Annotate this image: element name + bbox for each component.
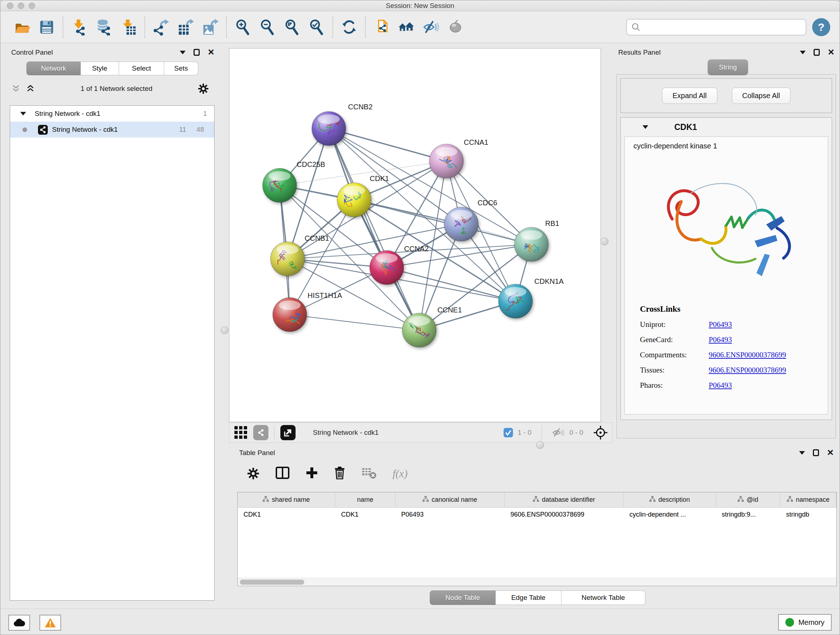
zoom-window-button[interactable] [28, 3, 35, 9]
help-button[interactable]: ? [812, 18, 830, 36]
import-table-button[interactable] [118, 17, 139, 38]
graphics-details-button[interactable] [253, 425, 268, 440]
show-columns-button[interactable] [275, 466, 290, 481]
save-session-button[interactable] [36, 17, 57, 38]
detach-view-button[interactable] [280, 425, 295, 440]
network-node-CCNE1[interactable] [402, 313, 436, 347]
cloud-button[interactable] [8, 615, 30, 631]
close-window-button[interactable] [7, 3, 13, 9]
network-row-selected[interactable]: String Network - cdk1 11 48 [10, 122, 214, 138]
crosslink-row: Pharos:P06493 [640, 381, 828, 390]
table-options-gear-icon[interactable] [247, 467, 259, 480]
crosslink-url[interactable]: P06493 [709, 335, 732, 344]
table-horizontal-scrollbar[interactable] [238, 578, 836, 586]
first-neighbors-button[interactable] [396, 17, 417, 38]
zoom-out-button[interactable] [257, 17, 278, 38]
crosslink-url[interactable]: 9606.ENSP00000378699 [709, 350, 786, 359]
tab-sets[interactable]: Sets [164, 62, 198, 75]
column-header-description[interactable]: description [624, 492, 716, 507]
network-node-HIST1H1A[interactable] [273, 298, 307, 332]
tab-select[interactable]: Select [119, 62, 164, 75]
node-label-CCNE1: CCNE1 [437, 306, 462, 314]
tab-string[interactable]: String [707, 59, 748, 75]
panel-float-icon[interactable] [194, 49, 200, 56]
collection-count: 1 [203, 110, 207, 118]
warning-button[interactable] [39, 615, 61, 631]
import-network-from-database-button[interactable] [93, 17, 114, 38]
section-collapse-icon[interactable] [643, 125, 648, 129]
tab-edge-table[interactable]: Edge Table [496, 591, 561, 605]
column-header-name[interactable]: name [335, 492, 395, 507]
tree-expand-icon[interactable] [20, 112, 26, 116]
panel-float-icon[interactable] [813, 449, 819, 456]
selected-checkbox-icon[interactable] [503, 428, 513, 438]
export-image-button[interactable] [200, 17, 221, 38]
network-node-CDC25B[interactable] [263, 168, 297, 203]
memory-label: Memory [798, 618, 824, 627]
network-node-CCNB1[interactable] [271, 242, 305, 276]
minimize-window-button[interactable] [18, 3, 24, 9]
scrollbar-thumb[interactable] [240, 580, 304, 585]
network-edge[interactable] [354, 200, 531, 244]
network-view-canvas[interactable]: CCNB2CCNA1CDC25BCDK1CDC6RB1CCNB1CCNA2CDK… [229, 48, 601, 422]
delete-column-button[interactable] [334, 466, 346, 481]
network-edge[interactable] [329, 128, 419, 330]
export-table-button[interactable] [175, 17, 196, 38]
network-node-RB1[interactable] [515, 227, 548, 261]
expand-all-networks-icon[interactable] [26, 84, 35, 93]
network-node-CDKN1A[interactable] [499, 284, 532, 318]
column-header-canonical-name[interactable]: canonical name [395, 492, 505, 507]
network-node-CCNA2[interactable] [370, 250, 404, 285]
panel-close-icon[interactable]: ✕ [827, 448, 834, 457]
network-node-CDC6[interactable] [444, 207, 478, 241]
open-session-button[interactable] [11, 17, 33, 38]
network-node-CCNA1[interactable] [429, 144, 463, 178]
column-header--id[interactable]: @id [716, 492, 780, 507]
crosslink-url[interactable]: P06493 [709, 320, 732, 329]
export-network-button[interactable] [150, 17, 172, 38]
import-network-button[interactable] [69, 17, 90, 38]
network-collection-row[interactable]: String Network - cdk1 1 [10, 106, 214, 122]
fit-selected-crosshair-icon[interactable] [593, 425, 608, 440]
network-options-gear-icon[interactable] [198, 83, 209, 94]
column-header-database-identifier[interactable]: database identifier [505, 492, 624, 507]
panel-float-icon[interactable] [813, 49, 820, 56]
collapse-all-networks-icon[interactable] [11, 84, 21, 93]
show-all-button[interactable] [445, 17, 466, 38]
collapse-all-button[interactable]: Collapse All [732, 88, 791, 104]
zoom-in-button[interactable] [232, 17, 253, 38]
hide-selected-button[interactable] [420, 17, 441, 38]
tab-network[interactable]: Network [27, 62, 81, 75]
panel-close-icon[interactable]: ✕ [828, 48, 835, 57]
table-row[interactable]: CDK1CDK1P064939606.ENSP00000378699cyclin… [238, 508, 836, 523]
panel-collapse-icon[interactable] [180, 51, 186, 54]
network-node-CDK1[interactable] [337, 183, 371, 217]
birdseye-view-button[interactable] [234, 424, 248, 440]
memory-button[interactable]: Memory [778, 614, 832, 631]
network-edge[interactable] [290, 315, 419, 330]
column-header-shared-name[interactable]: shared name [238, 492, 335, 507]
crosslink-row: GeneCard:P06493 [640, 335, 828, 344]
left-splitter-handle[interactable] [221, 326, 229, 334]
column-label: name [357, 496, 373, 504]
zoom-selected-button[interactable] [306, 17, 327, 38]
create-column-button[interactable] [306, 467, 318, 480]
network-node-CCNB2[interactable] [312, 111, 346, 146]
tab-node-table[interactable]: Node Table [430, 591, 496, 605]
crosslink-url[interactable]: P06493 [709, 381, 732, 390]
network-edge[interactable] [387, 268, 515, 301]
panel-collapse-icon[interactable] [800, 51, 806, 54]
bottom-splitter-handle[interactable] [536, 441, 544, 449]
panel-close-icon[interactable]: ✕ [208, 48, 215, 57]
column-header-namespace[interactable]: namespace [780, 492, 836, 507]
crosslink-url[interactable]: 9606.ENSP00000378699 [709, 366, 786, 375]
zoom-fit-button[interactable] [281, 17, 302, 38]
panel-collapse-icon[interactable] [799, 451, 805, 455]
tab-network-table[interactable]: Network Table [561, 591, 645, 605]
search-input[interactable] [641, 23, 793, 31]
tab-style[interactable]: Style [81, 62, 119, 75]
expand-all-button[interactable]: Expand All [662, 88, 717, 104]
new-network-from-selection-button[interactable] [371, 17, 392, 38]
right-splitter-handle[interactable] [600, 238, 608, 245]
apply-layout-button[interactable] [339, 17, 360, 38]
